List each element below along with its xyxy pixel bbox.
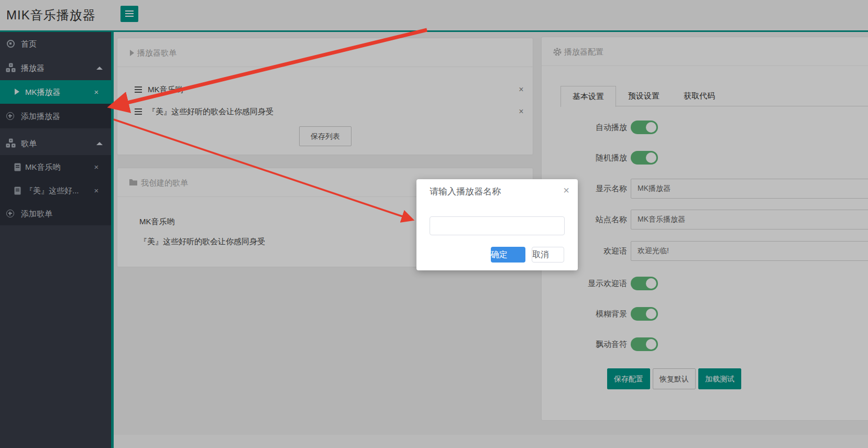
dialog-title: 请输入播放器名称 [430,185,501,198]
player-name-prompt-dialog: 请输入播放器名称 × 确定 取消 [416,179,578,270]
confirm-button[interactable]: 确定 [491,247,525,263]
cancel-button[interactable]: 取消 [532,247,564,263]
close-icon[interactable]: × [563,184,569,196]
player-name-input[interactable] [430,216,565,235]
